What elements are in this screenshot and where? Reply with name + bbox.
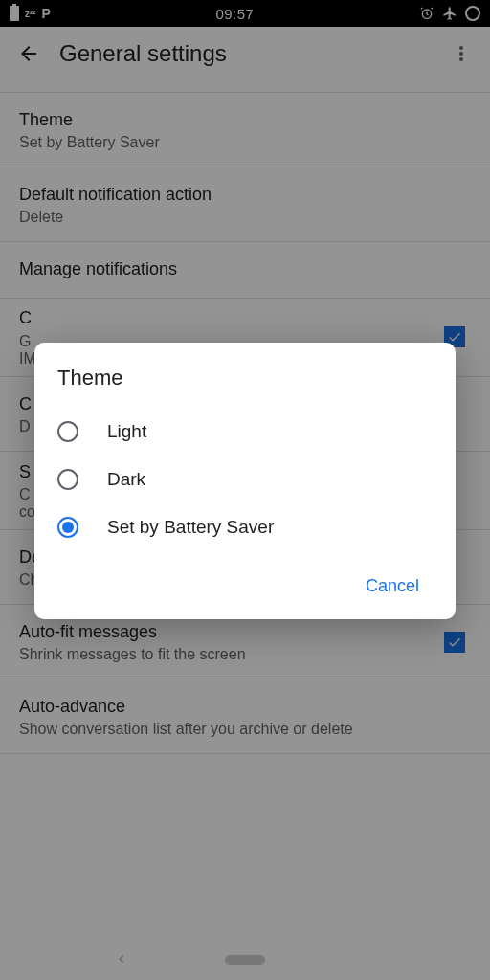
radio-icon [57,469,78,490]
radio-label: Light [107,421,146,442]
dialog-actions: Cancel [57,567,433,606]
radio-label: Set by Battery Saver [107,517,274,538]
radio-inner-icon [62,522,74,533]
radio-icon [57,517,78,538]
dialog-scrim[interactable]: Theme Light Dark Set by Battery Saver Ca… [0,0,490,980]
dialog-title: Theme [57,366,433,390]
radio-icon [57,421,78,442]
screen: zᶻᶻ P 09:57 General settings Theme Set b… [0,0,490,980]
radio-label: Dark [107,469,145,490]
radio-option-battery-saver[interactable]: Set by Battery Saver [57,503,433,551]
radio-option-light[interactable]: Light [57,408,433,456]
theme-dialog: Theme Light Dark Set by Battery Saver Ca… [34,343,456,619]
cancel-button[interactable]: Cancel [352,567,433,606]
radio-option-dark[interactable]: Dark [57,456,433,503]
